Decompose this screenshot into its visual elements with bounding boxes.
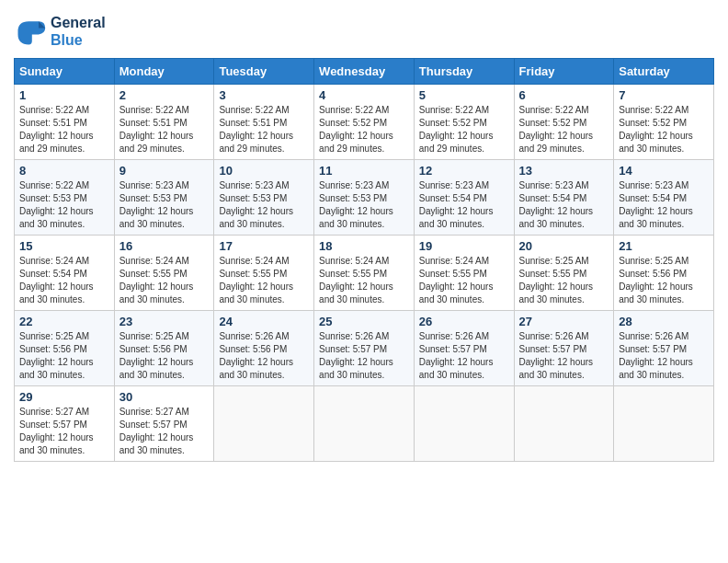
day-24: 24Sunrise: 5:26 AMSunset: 5:56 PMDayligh… — [214, 311, 314, 386]
day-20: 20Sunrise: 5:25 AMSunset: 5:55 PMDayligh… — [514, 236, 614, 311]
calendar-table: SundayMondayTuesdayWednesdayThursdayFrid… — [14, 58, 714, 462]
col-friday: Friday — [514, 59, 614, 85]
day-30: 30Sunrise: 5:27 AMSunset: 5:57 PMDayligh… — [114, 386, 214, 462]
logo-text: General Blue — [51, 14, 106, 49]
week-row-5: 29Sunrise: 5:27 AMSunset: 5:57 PMDayligh… — [15, 386, 714, 462]
day-6: 6Sunrise: 5:22 AMSunset: 5:52 PMDaylight… — [514, 85, 614, 160]
day-26: 26Sunrise: 5:26 AMSunset: 5:57 PMDayligh… — [414, 311, 514, 386]
col-wednesday: Wednesday — [314, 59, 415, 85]
day-25: 25Sunrise: 5:26 AMSunset: 5:57 PMDayligh… — [314, 311, 415, 386]
day-14: 14Sunrise: 5:23 AMSunset: 5:54 PMDayligh… — [614, 160, 714, 236]
week-row-1: 1Sunrise: 5:22 AMSunset: 5:51 PMDaylight… — [15, 85, 714, 160]
day-18: 18Sunrise: 5:24 AMSunset: 5:55 PMDayligh… — [314, 236, 415, 311]
day-22: 22Sunrise: 5:25 AMSunset: 5:56 PMDayligh… — [15, 311, 115, 386]
day-2: 2Sunrise: 5:22 AMSunset: 5:51 PMDaylight… — [114, 85, 214, 160]
week-row-3: 15Sunrise: 5:24 AMSunset: 5:54 PMDayligh… — [15, 236, 714, 311]
day-1: 1Sunrise: 5:22 AMSunset: 5:51 PMDaylight… — [15, 85, 115, 160]
empty-cell — [314, 386, 415, 462]
calendar-header-row: SundayMondayTuesdayWednesdayThursdayFrid… — [15, 59, 714, 85]
empty-cell — [414, 386, 514, 462]
col-saturday: Saturday — [614, 59, 714, 85]
day-9: 9Sunrise: 5:23 AMSunset: 5:53 PMDaylight… — [114, 160, 214, 236]
day-8: 8Sunrise: 5:22 AMSunset: 5:53 PMDaylight… — [15, 160, 115, 236]
day-12: 12Sunrise: 5:23 AMSunset: 5:54 PMDayligh… — [414, 160, 514, 236]
logo: General Blue — [14, 14, 106, 49]
day-28: 28Sunrise: 5:26 AMSunset: 5:57 PMDayligh… — [614, 311, 714, 386]
empty-cell — [214, 386, 314, 462]
day-10: 10Sunrise: 5:23 AMSunset: 5:53 PMDayligh… — [214, 160, 314, 236]
col-sunday: Sunday — [15, 59, 115, 85]
col-thursday: Thursday — [414, 59, 514, 85]
day-11: 11Sunrise: 5:23 AMSunset: 5:53 PMDayligh… — [314, 160, 415, 236]
logo-icon — [14, 15, 47, 48]
day-19: 19Sunrise: 5:24 AMSunset: 5:55 PMDayligh… — [414, 236, 514, 311]
day-13: 13Sunrise: 5:23 AMSunset: 5:54 PMDayligh… — [514, 160, 614, 236]
col-tuesday: Tuesday — [214, 59, 314, 85]
day-3: 3Sunrise: 5:22 AMSunset: 5:51 PMDaylight… — [214, 85, 314, 160]
day-15: 15Sunrise: 5:24 AMSunset: 5:54 PMDayligh… — [15, 236, 115, 311]
week-row-2: 8Sunrise: 5:22 AMSunset: 5:53 PMDaylight… — [15, 160, 714, 236]
day-21: 21Sunrise: 5:25 AMSunset: 5:56 PMDayligh… — [614, 236, 714, 311]
day-16: 16Sunrise: 5:24 AMSunset: 5:55 PMDayligh… — [114, 236, 214, 311]
empty-cell — [514, 386, 614, 462]
week-row-4: 22Sunrise: 5:25 AMSunset: 5:56 PMDayligh… — [15, 311, 714, 386]
day-17: 17Sunrise: 5:24 AMSunset: 5:55 PMDayligh… — [214, 236, 314, 311]
day-4: 4Sunrise: 5:22 AMSunset: 5:52 PMDaylight… — [314, 85, 415, 160]
day-5: 5Sunrise: 5:22 AMSunset: 5:52 PMDaylight… — [414, 85, 514, 160]
day-27: 27Sunrise: 5:26 AMSunset: 5:57 PMDayligh… — [514, 311, 614, 386]
empty-cell — [614, 386, 714, 462]
col-monday: Monday — [114, 59, 214, 85]
day-29: 29Sunrise: 5:27 AMSunset: 5:57 PMDayligh… — [15, 386, 115, 462]
day-23: 23Sunrise: 5:25 AMSunset: 5:56 PMDayligh… — [114, 311, 214, 386]
header: General Blue — [14, 14, 714, 49]
day-7: 7Sunrise: 5:22 AMSunset: 5:52 PMDaylight… — [614, 85, 714, 160]
